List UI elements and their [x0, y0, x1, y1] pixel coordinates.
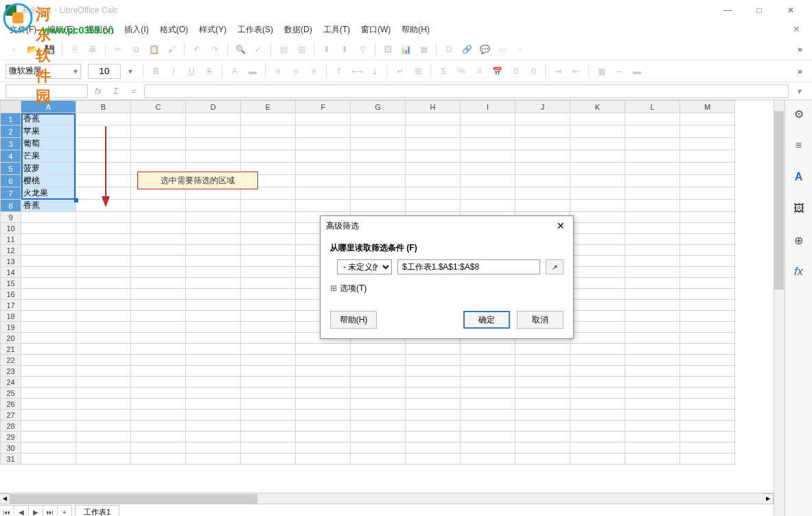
cell[interactable] — [21, 300, 76, 311]
row-icon[interactable]: ▤ — [275, 41, 292, 58]
cell[interactable] — [625, 212, 680, 223]
column-header[interactable]: C — [131, 101, 186, 113]
cell[interactable] — [186, 366, 241, 377]
cell[interactable] — [625, 187, 680, 200]
cell[interactable] — [76, 377, 131, 388]
cell[interactable] — [76, 311, 131, 322]
cell[interactable] — [570, 443, 625, 454]
align-top-icon[interactable]: ⤒ — [331, 63, 347, 80]
help-button[interactable]: 帮助(H) — [330, 311, 377, 329]
cell[interactable] — [625, 443, 680, 454]
cell[interactable] — [296, 163, 351, 175]
cell[interactable] — [131, 278, 186, 289]
column-header[interactable]: H — [406, 101, 461, 113]
cell[interactable] — [131, 138, 186, 150]
column-header[interactable]: F — [296, 101, 351, 113]
document-close-icon[interactable]: × — [793, 23, 800, 36]
cell[interactable] — [570, 223, 625, 234]
cell[interactable] — [296, 432, 351, 443]
cell[interactable] — [680, 388, 735, 399]
cell[interactable] — [625, 300, 680, 311]
cell[interactable] — [461, 388, 515, 399]
increase-indent-icon[interactable]: ⇥ — [550, 63, 566, 80]
cell[interactable] — [680, 223, 735, 234]
cell[interactable] — [515, 388, 570, 399]
cell[interactable] — [461, 175, 515, 187]
cell[interactable] — [461, 187, 515, 200]
cell[interactable] — [570, 388, 625, 399]
cell[interactable] — [461, 454, 515, 465]
next-sheet-icon[interactable]: ▶ — [28, 505, 43, 517]
row-header[interactable]: 8 — [1, 200, 21, 212]
cell[interactable] — [406, 432, 461, 443]
cell[interactable] — [625, 333, 680, 344]
formula-expand-icon[interactable]: ▾ — [791, 84, 807, 98]
cell[interactable] — [625, 234, 680, 245]
cell[interactable] — [21, 322, 76, 333]
cell[interactable] — [296, 187, 351, 200]
cell[interactable] — [131, 366, 186, 377]
cell[interactable] — [351, 432, 406, 443]
cell[interactable] — [570, 344, 625, 355]
bold-icon[interactable]: B — [148, 63, 164, 80]
criteria-source-select[interactable]: - 未定义的 - — [337, 259, 392, 274]
cell[interactable] — [186, 126, 241, 138]
cell[interactable] — [625, 175, 680, 187]
menu-tools[interactable]: 工具(T) — [318, 21, 356, 38]
cell[interactable] — [680, 355, 735, 366]
sidebar-settings-icon[interactable]: ⚙ — [789, 104, 809, 124]
cell[interactable] — [461, 421, 515, 432]
cell[interactable] — [241, 138, 296, 150]
cell[interactable] — [296, 200, 351, 212]
cell[interactable] — [76, 113, 131, 126]
row-header[interactable]: 1 — [1, 113, 21, 126]
cell[interactable] — [625, 322, 680, 333]
cell[interactable] — [296, 443, 351, 454]
cell[interactable] — [186, 344, 241, 355]
cell[interactable] — [351, 421, 406, 432]
cell[interactable] — [131, 175, 186, 187]
cell[interactable] — [241, 377, 296, 388]
row-header[interactable]: 31 — [1, 454, 21, 465]
cell[interactable] — [570, 377, 625, 388]
cell[interactable] — [625, 267, 680, 278]
chart-icon[interactable]: 📊 — [397, 41, 414, 58]
cell[interactable] — [186, 256, 241, 267]
cell[interactable] — [131, 432, 186, 443]
menu-file[interactable]: 文件(F) — [4, 21, 42, 38]
cell[interactable] — [241, 212, 296, 223]
cell[interactable] — [21, 366, 76, 377]
cell[interactable] — [241, 278, 296, 289]
cell[interactable] — [241, 443, 296, 454]
cell[interactable] — [461, 410, 515, 421]
cut-icon[interactable]: ✂ — [110, 41, 126, 58]
cell[interactable] — [461, 443, 515, 454]
cell[interactable] — [680, 399, 735, 410]
cell[interactable] — [186, 333, 241, 344]
sidebar-properties-icon[interactable]: ≡ — [789, 136, 809, 155]
row-header[interactable]: 26 — [1, 399, 21, 410]
cell[interactable]: 苹果 — [21, 126, 76, 138]
cell[interactable] — [21, 399, 76, 410]
column-icon[interactable]: ▥ — [293, 41, 310, 58]
cell[interactable] — [461, 200, 515, 212]
cell[interactable] — [570, 333, 625, 344]
name-box[interactable] — [5, 84, 88, 98]
cell[interactable] — [570, 289, 625, 300]
cell[interactable] — [241, 256, 296, 267]
row-header[interactable]: 30 — [1, 443, 21, 454]
cell[interactable] — [241, 344, 296, 355]
cell[interactable] — [680, 212, 735, 223]
cell[interactable] — [625, 200, 680, 212]
cell[interactable] — [21, 234, 76, 245]
cell[interactable] — [186, 278, 241, 289]
cell[interactable] — [241, 126, 296, 138]
cell[interactable] — [515, 175, 570, 187]
cell[interactable] — [21, 289, 76, 300]
menu-help[interactable]: 帮助(H) — [396, 21, 435, 38]
cell[interactable] — [186, 138, 241, 150]
cell[interactable] — [461, 355, 515, 366]
date-icon[interactable]: 📅 — [489, 63, 505, 80]
spellcheck-icon[interactable]: ✓ — [250, 41, 266, 58]
column-header[interactable]: D — [186, 101, 241, 113]
